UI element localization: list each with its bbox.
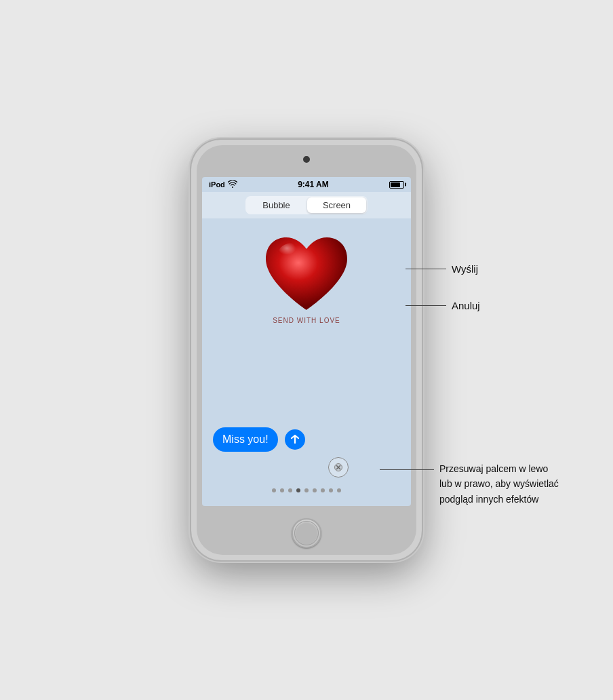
time-label: 9:41 AM bbox=[298, 180, 329, 189]
annotation-dots-line1: Przesuwaj palcem w lewo bbox=[439, 461, 559, 476]
send-arrow-icon bbox=[290, 434, 300, 445]
heart-area: SEND WITH LOVE bbox=[202, 218, 411, 324]
segment-wrapper: Bubble Screen bbox=[245, 196, 368, 214]
message-row: Miss you! bbox=[202, 427, 411, 452]
dot-1 bbox=[272, 488, 276, 492]
dot-3 bbox=[288, 488, 292, 492]
heart-illustration bbox=[256, 225, 357, 320]
home-button-inner bbox=[294, 521, 319, 545]
battery-fill bbox=[391, 182, 400, 187]
wifi-icon bbox=[228, 180, 237, 189]
dot-5 bbox=[304, 488, 309, 492]
dot-4 bbox=[296, 488, 300, 492]
annotation-dots-line3: podgląd innych efektów bbox=[439, 492, 559, 507]
home-button[interactable] bbox=[292, 518, 321, 548]
cancel-button[interactable] bbox=[328, 457, 349, 478]
annotation-send: Wyślij bbox=[406, 263, 478, 275]
status-right bbox=[389, 181, 404, 189]
annotation-send-line bbox=[406, 269, 446, 269]
status-left: iPod bbox=[209, 180, 237, 189]
annotation-dots-line bbox=[380, 469, 434, 470]
dot-9 bbox=[337, 488, 341, 492]
segment-control: Bubble Screen bbox=[202, 192, 411, 218]
dot-8 bbox=[329, 488, 333, 492]
device-screen: iPod 9:41 AM bbox=[202, 177, 411, 506]
annotation-cancel-line bbox=[406, 305, 446, 306]
screen-tab[interactable]: Screen bbox=[307, 197, 366, 213]
annotation-send-label: Wyślij bbox=[452, 263, 478, 275]
svg-point-0 bbox=[278, 243, 308, 265]
dot-6 bbox=[313, 488, 317, 492]
annotation-cancel: Anuluj bbox=[406, 300, 480, 311]
send-button[interactable] bbox=[285, 429, 305, 450]
status-bar: iPod 9:41 AM bbox=[202, 177, 411, 192]
front-camera-icon bbox=[303, 156, 310, 163]
page-wrapper: iPod 9:41 AM bbox=[0, 0, 613, 700]
annotation-dots-label: Przesuwaj palcem w lewo lub w prawo, aby… bbox=[439, 461, 559, 507]
carrier-label: iPod bbox=[209, 180, 225, 189]
message-bubble: Miss you! bbox=[213, 427, 278, 452]
dot-7 bbox=[321, 488, 325, 492]
annotation-cancel-label: Anuluj bbox=[452, 300, 480, 311]
dot-2 bbox=[280, 488, 284, 492]
battery-icon bbox=[389, 181, 404, 189]
annotation-dots-line2: lub w prawo, aby wyświetlać bbox=[439, 476, 559, 491]
annotation-dots: Przesuwaj palcem w lewo lub w prawo, aby… bbox=[380, 461, 559, 507]
cancel-x-icon bbox=[334, 463, 342, 471]
send-with-love-label: SEND WITH LOVE bbox=[273, 317, 340, 324]
bubble-tab[interactable]: Bubble bbox=[247, 197, 306, 213]
